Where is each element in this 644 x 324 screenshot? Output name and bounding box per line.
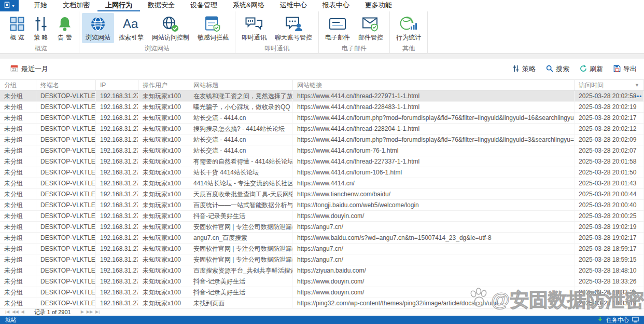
menu-tab[interactable]: 上网行为 — [97, 0, 140, 11]
table-row[interactable]: 未分组DESKTOP-VLKTLE1192.168.31.27未知玩家x1004… — [0, 178, 644, 189]
date-range-filter[interactable]: 23 最近一月 — [10, 64, 48, 74]
table-row[interactable]: 未分组DESKTOP-VLKTLE1192.168.31.27未知玩家x100抖… — [0, 211, 644, 222]
table-row[interactable]: 未分组DESKTOP-VLKTLE1192.168.31.27未知玩家x100抖… — [0, 276, 644, 287]
column-header[interactable]: 网站标题 — [189, 80, 293, 90]
cell-terminal: DESKTOP-VLKTLE1 — [36, 276, 96, 287]
cell-group: 未分组 — [0, 222, 36, 232]
cell-ip: 192.168.31.27 — [96, 102, 138, 112]
ribbon-button-im-chat[interactable]: 即时通讯 — [238, 13, 270, 43]
column-header[interactable]: IP — [96, 80, 138, 90]
cell-user: 未知玩家x100 — [138, 102, 189, 112]
table-row[interactable]: 未分组DESKTOP-VLKTLE1192.168.31.27未知玩家x100站… — [0, 167, 644, 178]
cell-terminal: DESKTOP-VLKTLE1 — [36, 222, 96, 232]
table-row[interactable]: 未分组DESKTOP-VLKTLE1192.168.31.27未知玩家x100未… — [0, 298, 644, 308]
ribbon-button-overview-grid[interactable]: 概 览 — [6, 13, 29, 43]
cell-time: 2025-03-28 18:59:15 — [575, 254, 644, 265]
browsing-records-table: 分组终端名IP操作用户网站标题网站链接访问时间▼ 未分组DESKTOP-VLKT… — [0, 79, 644, 308]
menu-tab[interactable]: 文档加密 — [55, 0, 97, 11]
download-arrow-icon — [597, 317, 603, 323]
toolbar-policy-sliders-small-button[interactable]: 策略 — [512, 64, 536, 74]
cell-ip: 192.168.31.27 — [96, 189, 138, 199]
app-logo-icon — [4, 1, 10, 10]
ribbon-button-chat-account[interactable]: 聊天账号管控 — [271, 13, 316, 43]
ribbon-button-label: 电子邮件 — [325, 33, 350, 42]
cell-ip: 192.168.31.27 — [96, 265, 138, 276]
cell-terminal: DESKTOP-VLKTLE1 — [36, 178, 96, 188]
ribbon-button-mail-control[interactable]: 邮件管控 — [355, 13, 387, 43]
table-row[interactable]: 未分组DESKTOP-VLKTLE1192.168.31.27未知玩家x100百… — [0, 200, 644, 211]
record-count-label: 记录 1 of 2901 — [34, 308, 71, 316]
table-row[interactable]: 未分组DESKTOP-VLKTLE1192.168.31.27未知玩家x100百… — [0, 265, 644, 276]
menu-tab[interactable]: 开始 — [26, 0, 55, 11]
ribbon-button-label: 浏览网站 — [86, 33, 110, 42]
column-header[interactable]: 操作用户 — [138, 80, 189, 90]
menu-tab[interactable]: 数据安全 — [140, 0, 183, 11]
prev-block-button[interactable]: ◀◀ — [12, 310, 18, 314]
column-header[interactable]: 访问时间▼ — [575, 80, 644, 90]
cell-time: 2025-03-28 20:02:17 — [575, 113, 644, 123]
ribbon-group-label: 其他 — [392, 43, 425, 55]
ribbon-button-behavior-stats[interactable]: 行为统计 — [393, 13, 425, 43]
next-block-button[interactable]: ▶▶ — [87, 310, 93, 314]
ribbon-group: 行为统计其他 — [390, 11, 428, 53]
table-row[interactable]: 未分组DESKTOP-VLKTLE1192.168.31.27未知玩家x100站… — [0, 145, 644, 156]
table-row[interactable]: 未分组DESKTOP-VLKTLE1192.168.31.27未知玩家x100安… — [0, 254, 644, 265]
menu-tab[interactable]: 设备管理 — [183, 0, 225, 11]
ribbon-button-search-engine-aa[interactable]: Aa搜索引擎 — [115, 13, 147, 43]
table-row[interactable]: 未分组DESKTOP-VLKTLE1192.168.31.27未知玩家x100安… — [0, 222, 644, 233]
calendar-icon: 23 — [10, 64, 18, 74]
menu-tab[interactable]: 更多功能 — [357, 0, 400, 11]
cell-url: https://www.4414.cn/forum-76-1.html — [293, 145, 575, 156]
cell-time: 2025-03-28 19:02:19 — [575, 222, 644, 232]
cell-terminal: DESKTOP-VLKTLE1 — [36, 91, 96, 101]
table-row[interactable]: 未分组DESKTOP-VLKTLE1192.168.31.27未知玩家x100a… — [0, 233, 644, 244]
table-row[interactable]: 未分组DESKTOP-VLKTLE1192.168.31.27未知玩家x100搜… — [0, 124, 644, 134]
table-row[interactable]: 未分组DESKTOP-VLKTLE1192.168.31.27未知玩家x100有… — [0, 156, 644, 167]
table-row[interactable]: 未分组DESKTOP-VLKTLE1192.168.31.27未知玩家x100安… — [0, 244, 644, 254]
table-row[interactable]: 未分组DESKTOP-VLKTLE1192.168.31.27未知玩家x100抖… — [0, 287, 644, 298]
ribbon-button-browse-globe[interactable]: 浏览网站 — [82, 13, 114, 43]
ribbon-button-site-access-globe-check[interactable]: 网站访问控制 — [148, 13, 193, 43]
row-actions-icon[interactable]: ••• — [634, 91, 642, 101]
toolbar-refresh-button[interactable]: 刷新 — [580, 64, 603, 74]
prev-page-button[interactable]: ◀ — [21, 310, 24, 314]
next-page-button[interactable]: ▶ — [81, 310, 84, 314]
ribbon-button-email[interactable]: 电子邮件 — [321, 13, 354, 43]
cell-title: 4414站长论坛 - 专注交流的站长社区 — [189, 178, 293, 188]
menu-tab[interactable]: 系统&网络 — [225, 0, 272, 11]
cell-terminal: DESKTOP-VLKTLE1 — [36, 211, 96, 221]
task-center-button[interactable]: 任务中心 — [597, 316, 639, 324]
last-page-button[interactable]: ▶| — [95, 310, 100, 314]
table-row[interactable]: 未分组DESKTOP-VLKTLE1192.168.31.27未知玩家x100在… — [0, 91, 644, 102]
table-row[interactable]: 未分组DESKTOP-VLKTLE1192.168.31.27未知玩家x100天… — [0, 189, 644, 200]
ribbon-button-alert-bell[interactable]: 告 警 — [53, 13, 76, 43]
cell-ip: 192.168.31.27 — [96, 211, 138, 221]
menu-tab[interactable]: 运维中心 — [272, 0, 315, 11]
cell-url: https://angu7.cn/ — [293, 244, 575, 254]
column-header[interactable]: 分组 — [0, 80, 36, 90]
ribbon-button-sensitive-word-shield[interactable]: 敏感词拦截 — [194, 13, 232, 43]
sort-caret-icon[interactable]: ▼ — [635, 80, 639, 90]
toolbar-export-button[interactable]: 导出 — [613, 64, 637, 74]
ribbon-group-label: 电子邮件 — [321, 43, 387, 55]
cell-user: 未知玩家x100 — [138, 156, 189, 167]
column-header[interactable]: 网站链接 — [293, 80, 575, 90]
cell-time: 2025-03-28 18:33:19 — [575, 298, 644, 308]
cell-group: 未分组 — [0, 113, 36, 123]
ribbon-group-label: 概览 — [5, 43, 77, 55]
toolbar-search-button[interactable]: 搜索 — [546, 64, 569, 74]
table-row[interactable]: 未分组DESKTOP-VLKTLE1192.168.31.27未知玩家x100站… — [0, 113, 644, 124]
first-page-button[interactable]: |◀ — [5, 310, 9, 314]
cell-time: 2025-03-28 19:02:17 — [575, 233, 644, 243]
cell-ip: 192.168.31.27 — [96, 145, 138, 156]
app-menu-button[interactable]: ▼ — [0, 0, 19, 11]
cell-ip: 192.168.31.27 — [96, 167, 138, 178]
table-row[interactable]: 未分组DESKTOP-VLKTLE1192.168.31.27未知玩家x100曝… — [0, 102, 644, 113]
status-bar: 就绪 任务中心 — [0, 316, 644, 324]
cell-group: 未分组 — [0, 167, 36, 178]
column-header[interactable]: 终端名 — [36, 80, 96, 90]
table-row[interactable]: 未分组DESKTOP-VLKTLE1192.168.31.27未知玩家x100站… — [0, 134, 644, 145]
ribbon-button-policy-sliders[interactable]: 策 略 — [30, 13, 52, 43]
menu-tab[interactable]: 报表中心 — [315, 0, 357, 11]
cell-user: 未知玩家x100 — [138, 178, 189, 188]
